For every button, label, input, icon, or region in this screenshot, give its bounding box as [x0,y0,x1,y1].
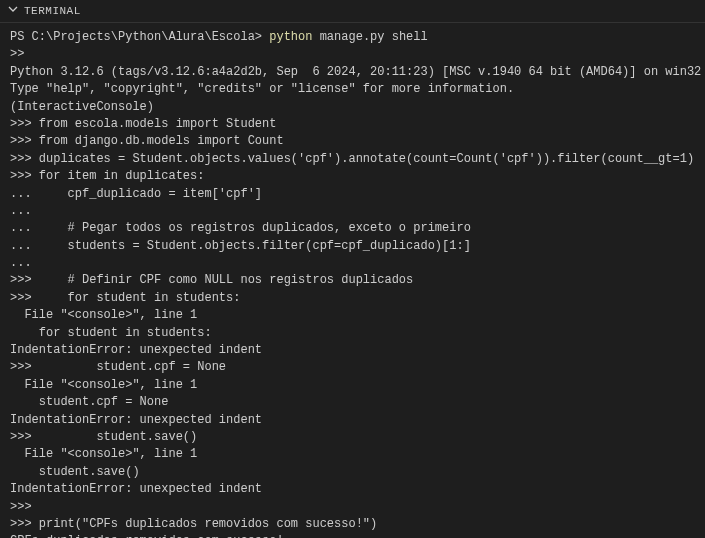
terminal-line: Python 3.12.6 (tags/v3.12.6:a4a2d2b, Sep… [10,64,695,81]
terminal-line: PS C:\Projects\Python\Alura\Escola> pyth… [10,29,695,46]
terminal-line: >>> print("CPFs duplicados removidos com… [10,516,695,533]
terminal-header: TERMINAL [0,0,705,23]
terminal-line: ... students = Student.objects.filter(cp… [10,238,695,255]
cmd-rest: manage.py shell [312,30,427,44]
terminal-line: >>> [10,499,695,516]
terminal-line: File "<console>", line 1 [10,307,695,324]
terminal-line: Type "help", "copyright", "credits" or "… [10,81,695,98]
terminal-line: student.cpf = None [10,394,695,411]
terminal-line: File "<console>", line 1 [10,446,695,463]
terminal-tab-title[interactable]: TERMINAL [24,5,81,17]
chevron-down-icon[interactable] [8,4,18,18]
terminal-line: for student in students: [10,325,695,342]
terminal-line: >> [10,46,695,63]
terminal-line: student.save() [10,464,695,481]
terminal-line: IndentationError: unexpected indent [10,481,695,498]
terminal-line: ... [10,203,695,220]
terminal-line: >>> # Definir CPF como NULL nos registro… [10,272,695,289]
terminal-line: IndentationError: unexpected indent [10,342,695,359]
terminal-line: >>> for item in duplicates: [10,168,695,185]
terminal-line: >>> student.save() [10,429,695,446]
terminal-line: >>> from escola.models import Student [10,116,695,133]
terminal-line: >>> from django.db.models import Count [10,133,695,150]
terminal-line: >>> for student in students: [10,290,695,307]
terminal-line: ... [10,255,695,272]
terminal-line: ... cpf_duplicado = item['cpf'] [10,186,695,203]
terminal-line: CPFs duplicados removidos com sucesso! [10,533,695,538]
terminal-line: >>> student.cpf = None [10,359,695,376]
prompt-path: PS C:\Projects\Python\Alura\Escola> [10,30,269,44]
terminal-line: (InteractiveConsole) [10,99,695,116]
terminal-line: File "<console>", line 1 [10,377,695,394]
terminal-line: ... # Pegar todos os registros duplicado… [10,220,695,237]
cmd-python: python [269,30,312,44]
terminal-line: >>> duplicates = Student.objects.values(… [10,151,695,168]
terminal-output[interactable]: PS C:\Projects\Python\Alura\Escola> pyth… [0,23,705,538]
terminal-line: IndentationError: unexpected indent [10,412,695,429]
